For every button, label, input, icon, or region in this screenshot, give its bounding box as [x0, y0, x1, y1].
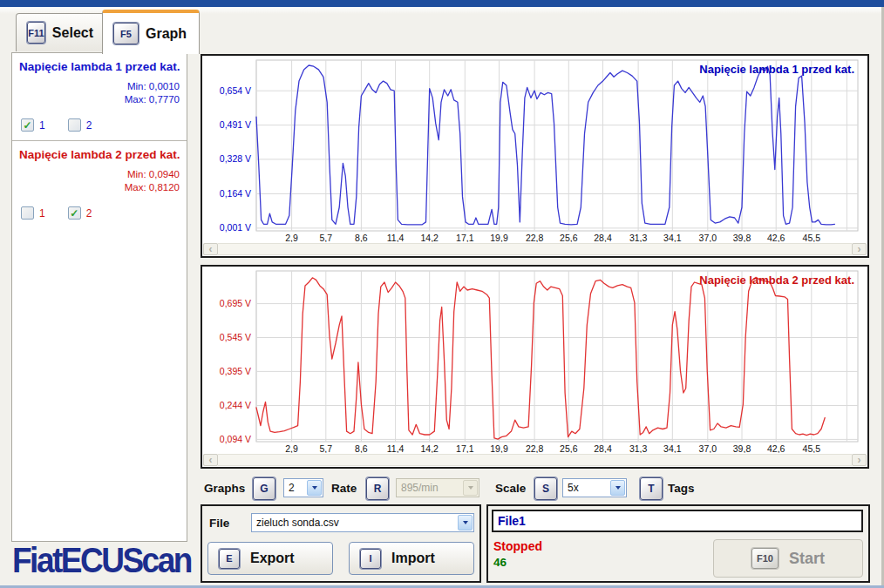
signal-list-panel: Napięcie lambda 1 przed kat. Min: 0,0010… [11, 52, 187, 542]
chart-panel-lambda2: 0,695 V0,545 V0,395 V0,244 V0,094 V2,95,… [201, 265, 869, 469]
svg-text:2,9: 2,9 [285, 233, 298, 242]
graph-assign-row-lambda2: 1 ✓ 2 [21, 206, 187, 220]
checkbox-label: 2 [86, 207, 92, 220]
svg-text:0,395 V: 0,395 V [220, 366, 251, 376]
scale-select[interactable]: 5x [562, 478, 627, 497]
svg-text:37,0: 37,0 [699, 443, 717, 453]
svg-text:0,654 V: 0,654 V [220, 85, 251, 96]
svg-text:28,4: 28,4 [594, 443, 612, 453]
dropdown-arrow-icon[interactable] [610, 480, 625, 496]
checkbox-lambda2-graph2[interactable]: ✓ [68, 206, 81, 220]
chart2-hscrollbar[interactable]: ‹ › [203, 454, 867, 466]
checkbox-label: 1 [39, 119, 45, 132]
f10-key-icon: F10 [751, 548, 779, 569]
graphs-label: Graphs [204, 482, 245, 495]
svg-text:14,2: 14,2 [420, 443, 439, 453]
app-logo: FiatECUScan [12, 541, 195, 580]
svg-text:0,491 V: 0,491 V [220, 119, 251, 130]
scroll-track[interactable] [218, 243, 852, 255]
svg-text:22,8: 22,8 [526, 443, 544, 453]
svg-text:0,328 V: 0,328 V [220, 153, 251, 164]
svg-text:11,4: 11,4 [387, 233, 405, 242]
checkbox-lambda2-graph1[interactable] [21, 206, 34, 220]
s-key-button[interactable]: S [534, 477, 557, 500]
tab-graph[interactable]: F5 Graph [102, 10, 200, 54]
scroll-right-button[interactable]: › [852, 243, 867, 255]
scroll-left-button[interactable]: ‹ [203, 243, 218, 255]
g-key-button[interactable]: G [253, 477, 275, 500]
scroll-track[interactable] [218, 454, 852, 466]
svg-text:28,4: 28,4 [594, 233, 612, 242]
dropdown-arrow-icon[interactable] [458, 515, 473, 531]
file-label: File [209, 517, 229, 530]
file-select[interactable]: zieluch sonda.csv [251, 513, 474, 532]
signal-minmax-lambda1: Min: 0,0010 Max: 0,7770 [12, 80, 187, 106]
svg-text:25,6: 25,6 [560, 233, 578, 242]
import-button[interactable]: I Import [349, 542, 474, 575]
svg-text:14,2: 14,2 [420, 233, 439, 242]
f5-key-icon: F5 [113, 23, 139, 44]
signal-group-lambda2: Napięcie lambda 2 przed kat. Min: 0,0940… [12, 141, 187, 220]
checkbox-lambda1-graph1[interactable]: ✓ [21, 118, 34, 132]
tab-graph-label: Graph [146, 26, 187, 42]
max-value: Max: 0,8120 [12, 181, 180, 194]
svg-text:0,244 V: 0,244 V [220, 400, 251, 410]
status-panel: File1 Stopped 46 F10 Start [486, 504, 870, 583]
chart-lambda1: 0,654 V0,491 V0,328 V0,164 V0,001 V2,95,… [202, 56, 867, 242]
svg-text:11,4: 11,4 [387, 443, 405, 453]
svg-text:0,164 V: 0,164 V [220, 188, 251, 199]
f11-key-icon: F11 [27, 22, 45, 44]
tab-select[interactable]: F11 Select [16, 13, 105, 51]
svg-text:5,7: 5,7 [319, 233, 332, 242]
svg-text:37,0: 37,0 [699, 233, 717, 242]
sample-counter: 46 [493, 556, 507, 569]
t-key-button[interactable]: T [640, 477, 663, 500]
file-slot-field[interactable]: File1 [492, 510, 863, 532]
signal-group-lambda1: Napięcie lambda 1 przed kat. Min: 0,0010… [12, 53, 187, 132]
svg-text:34,1: 34,1 [663, 233, 682, 242]
svg-text:Napięcie lambda 1 przed kat.: Napięcie lambda 1 przed kat. [699, 63, 854, 76]
export-button[interactable]: E Export [207, 542, 333, 575]
min-value: Min: 0,0940 [12, 168, 180, 181]
title-bar [0, 0, 884, 7]
scale-label: Scale [495, 482, 526, 495]
scroll-right-button[interactable]: › [852, 454, 867, 466]
file-panel: File zieluch sonda.csv E Export I Import [201, 504, 481, 583]
svg-text:45,5: 45,5 [803, 233, 821, 242]
dropdown-arrow-icon [463, 480, 478, 496]
graph-controls-row: Graphs G 2 Rate R 895/min Scale S 5x T T… [201, 476, 870, 502]
tags-label: Tags [668, 482, 695, 495]
chart1-hscrollbar[interactable]: ‹ › [203, 243, 867, 255]
graph-assign-row-lambda1: ✓ 1 2 [21, 118, 187, 132]
scroll-left-button[interactable]: ‹ [203, 454, 218, 466]
dropdown-arrow-icon[interactable] [307, 480, 322, 496]
r-key-button[interactable]: R [366, 477, 389, 500]
svg-text:34,1: 34,1 [663, 443, 682, 453]
svg-text:0,545 V: 0,545 V [220, 332, 251, 342]
svg-text:39,8: 39,8 [733, 233, 751, 242]
max-value: Max: 0,7770 [12, 93, 180, 106]
signal-title-lambda1: Napięcie lambda 1 przed kat. [12, 60, 187, 73]
svg-text:42,6: 42,6 [767, 233, 785, 242]
svg-text:19,9: 19,9 [490, 233, 508, 242]
signal-title-lambda2: Napięcie lambda 2 przed kat. [12, 148, 187, 161]
svg-text:17,1: 17,1 [456, 233, 474, 242]
signal-minmax-lambda2: Min: 0,0940 Max: 0,8120 [12, 168, 187, 194]
svg-text:8,6: 8,6 [355, 233, 368, 242]
min-value: Min: 0,0010 [12, 80, 180, 93]
svg-text:8,6: 8,6 [355, 443, 368, 453]
checkbox-label: 1 [39, 207, 45, 220]
start-button[interactable]: F10 Start [713, 539, 863, 578]
graphs-count-select[interactable]: 2 [283, 478, 323, 497]
svg-text:19,9: 19,9 [490, 443, 508, 453]
status-text: Stopped [493, 539, 542, 553]
svg-text:5,7: 5,7 [319, 443, 332, 453]
svg-text:39,8: 39,8 [733, 443, 751, 453]
checkbox-lambda1-graph2[interactable] [68, 118, 81, 132]
svg-text:17,1: 17,1 [456, 443, 474, 453]
svg-text:22,8: 22,8 [526, 233, 544, 242]
svg-text:31,3: 31,3 [629, 443, 648, 453]
svg-text:Napięcie lambda 2 przed kat.: Napięcie lambda 2 przed kat. [699, 274, 854, 287]
e-key-icon: E [219, 549, 240, 569]
svg-text:31,3: 31,3 [629, 233, 648, 242]
